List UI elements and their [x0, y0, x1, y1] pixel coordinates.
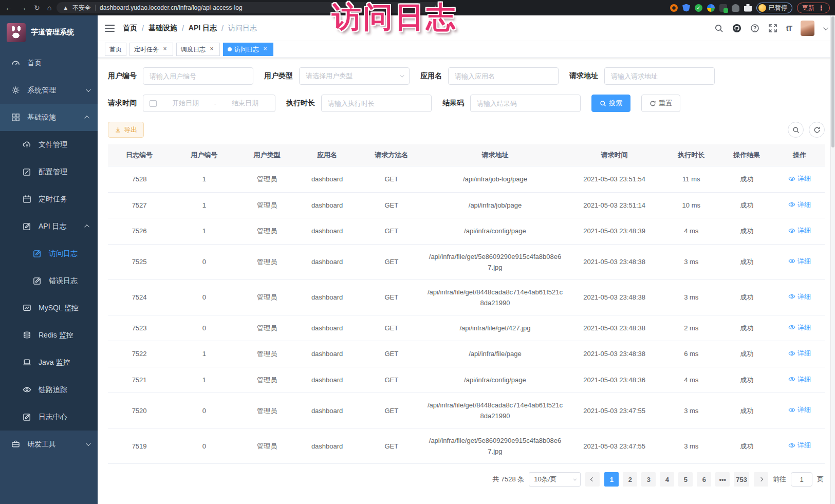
- user-id-input[interactable]: [143, 67, 253, 85]
- cell-user-id: 0: [171, 428, 237, 464]
- reset-button[interactable]: 重置: [641, 95, 680, 112]
- duration-input[interactable]: [321, 95, 432, 112]
- browser-home-icon[interactable]: ⌂: [47, 4, 51, 11]
- cell-request-url: /api/infra/file/page: [425, 341, 565, 367]
- sidebar-item-job[interactable]: 定时任务: [0, 185, 98, 213]
- refresh-button[interactable]: [809, 122, 825, 138]
- sidebar-item-system[interactable]: 系统管理: [0, 77, 98, 104]
- sidebar-item-redis[interactable]: Redis 监控: [0, 322, 98, 349]
- sidebar-item-home[interactable]: 首页: [0, 49, 98, 77]
- breadcrumb-home[interactable]: 首页: [123, 24, 137, 33]
- sidebar-item-access-log[interactable]: 访问日志: [0, 240, 98, 267]
- extension-shield-icon[interactable]: [682, 4, 690, 12]
- page-number-button[interactable]: 4: [660, 472, 674, 487]
- breadcrumb-infra[interactable]: 基础设施: [149, 24, 177, 33]
- extensions-puzzle-icon[interactable]: [744, 4, 752, 12]
- detail-link[interactable]: 详细: [788, 322, 811, 333]
- export-button[interactable]: 导出: [108, 122, 144, 138]
- tag-close-icon[interactable]: [161, 46, 169, 53]
- page-scrollbar[interactable]: [830, 15, 835, 504]
- column-header: 请求时间: [565, 144, 663, 166]
- cell-method: GET: [358, 393, 425, 428]
- browser-forward-icon[interactable]: →: [20, 4, 27, 11]
- cell-duration: 4 ms: [663, 367, 719, 393]
- page-number-button[interactable]: •••: [715, 472, 730, 487]
- user-avatar[interactable]: [801, 21, 814, 36]
- cell-result: 成功: [719, 192, 774, 218]
- sidebar-item-config[interactable]: 配置管理: [0, 158, 98, 185]
- github-icon[interactable]: [732, 24, 741, 33]
- tag-item[interactable]: 定时任务: [129, 43, 173, 56]
- page-number-button[interactable]: 3: [641, 472, 656, 487]
- sidebar-item-log-center[interactable]: 日志中心: [0, 403, 98, 431]
- caret-down-icon[interactable]: [823, 25, 828, 30]
- page-number-button[interactable]: 6: [697, 472, 711, 487]
- scrollbar-thumb[interactable]: [831, 16, 834, 147]
- toggle-search-button[interactable]: [788, 122, 804, 138]
- extension-icon[interactable]: [670, 4, 678, 12]
- date-range-picker[interactable]: 开始日期 - 结束日期: [143, 95, 275, 112]
- cell-request-url: /api/infra/file/get/5e8609290e915c4fa8b0…: [425, 244, 565, 279]
- extension-multi-icon[interactable]: [707, 4, 715, 12]
- detail-link[interactable]: 详细: [788, 404, 811, 415]
- page-number-button[interactable]: 2: [623, 472, 637, 487]
- browser-reload-icon[interactable]: ↻: [34, 4, 40, 11]
- bookmark-star-icon[interactable]: ☆: [433, 4, 439, 12]
- sidebar-item-api-log[interactable]: API 日志: [0, 213, 98, 240]
- user-type-select[interactable]: 请选择用户类型: [299, 67, 410, 85]
- paused-chip[interactable]: 已暂停: [756, 3, 792, 13]
- search-icon[interactable]: [714, 24, 723, 33]
- detail-link[interactable]: 详细: [788, 256, 811, 267]
- chevron-down-icon: [400, 73, 404, 77]
- detail-link[interactable]: 详细: [788, 374, 811, 385]
- cell-app-name: dashboard: [296, 367, 358, 393]
- cell-user-id: 1: [171, 367, 237, 393]
- tag-close-icon[interactable]: [208, 46, 215, 53]
- font-size-icon[interactable]: tT: [786, 24, 792, 32]
- search-button[interactable]: 搜索: [591, 95, 630, 112]
- extension-check-icon[interactable]: ✓: [695, 4, 702, 12]
- breadcrumb-api-log[interactable]: API 日志: [189, 24, 217, 33]
- help-icon[interactable]: [750, 24, 759, 33]
- table-row: 7525 0 管理员 dashboard GET /api/infra/file…: [108, 244, 825, 279]
- sidebar-item-trace[interactable]: 链路追踪: [0, 376, 98, 403]
- extension-translate-icon[interactable]: [719, 4, 727, 12]
- next-page-button[interactable]: [754, 472, 768, 487]
- breadcrumb: 首页 / 基础设施 / API 日志 / 访问日志: [123, 24, 257, 33]
- request-url-input[interactable]: [604, 67, 715, 85]
- sidebar-item-error-log[interactable]: 错误日志: [0, 267, 98, 294]
- page-size-select[interactable]: 10条/页: [529, 472, 581, 487]
- cell-request-url: /api/infra/config/page: [425, 218, 565, 245]
- detail-link[interactable]: 详细: [788, 173, 811, 184]
- page-number-button[interactable]: 5: [678, 472, 693, 487]
- detail-link[interactable]: 详细: [788, 440, 811, 451]
- goto-page-input[interactable]: [791, 472, 812, 487]
- page-number-button[interactable]: 753: [734, 472, 749, 487]
- app-name-input[interactable]: [448, 67, 559, 85]
- detail-link[interactable]: 详细: [788, 225, 811, 236]
- detail-link[interactable]: 详细: [788, 199, 811, 210]
- sidebar-item-mysql[interactable]: MySQL 监控: [0, 294, 98, 322]
- tag-item[interactable]: 首页: [105, 43, 126, 56]
- browser-menu-icon[interactable]: ⋮: [818, 4, 825, 12]
- detail-link[interactable]: 详细: [788, 291, 811, 302]
- prev-page-button[interactable]: [585, 472, 600, 487]
- fullscreen-icon[interactable]: [768, 24, 777, 33]
- update-button[interactable]: 更新 ⋮: [797, 3, 830, 13]
- sidebar-item-file[interactable]: 文件管理: [0, 131, 98, 158]
- address-bar[interactable]: ▲ 不安全 dashboard.yudao.iocoder.cn/infra/l…: [57, 2, 444, 13]
- sidebar-item-infra[interactable]: 基础设施: [0, 104, 98, 131]
- sidebar-item-dev-tools[interactable]: 研发工具: [0, 431, 98, 458]
- tag-item[interactable]: 调度日志: [176, 43, 220, 56]
- detail-link[interactable]: 详细: [788, 348, 811, 359]
- browser-back-icon[interactable]: ←: [5, 4, 12, 11]
- hamburger-icon[interactable]: [105, 25, 115, 32]
- page-number-button[interactable]: 1: [604, 472, 619, 487]
- tag-close-icon[interactable]: [262, 46, 269, 53]
- extension-figure-icon[interactable]: [732, 4, 739, 12]
- app-logo[interactable]: 芋道管理系统: [0, 15, 98, 49]
- sidebar-item-java[interactable]: Java 监控: [0, 349, 98, 376]
- tag-item[interactable]: 访问日志: [223, 43, 273, 56]
- cell-request-url: /api/infra/config/page: [425, 367, 565, 393]
- result-code-input[interactable]: [470, 95, 581, 112]
